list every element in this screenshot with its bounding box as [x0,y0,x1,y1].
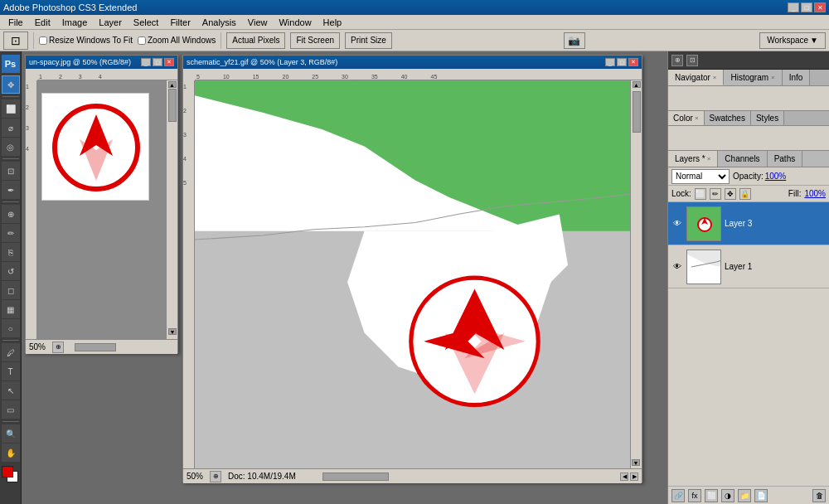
doc2-next-btn[interactable]: ▶ [630,472,638,481]
menu-image[interactable]: Image [57,17,93,28]
tool-clone-stamp[interactable]: ⎘ [2,243,20,261]
doc1-scrollbar-v[interactable]: ▲ ▼ [166,80,177,339]
tool-text[interactable]: T [2,362,20,380]
link-layers-btn[interactable]: 🔗 [671,489,685,502]
doc2-scrollbar-h[interactable] [306,472,613,481]
lock-position-btn[interactable]: ✥ [725,188,736,200]
minimize-btn[interactable]: _ [788,2,799,12]
tool-marquee[interactable]: ⬜ [2,99,20,118]
tool-eraser[interactable]: ◻ [2,281,20,299]
actual-pixels-btn[interactable]: Actual Pixels [226,32,285,49]
tab-color-close[interactable]: × [695,114,699,122]
tool-pen[interactable]: 🖊 [2,343,20,361]
tab-paths[interactable]: Paths [768,151,803,167]
doc1-maximize[interactable]: □ [153,58,162,66]
menu-help[interactable]: Help [318,17,347,28]
adjustment-layer-btn[interactable]: ◑ [721,489,734,502]
layer3-thumb [686,206,721,241]
doc2-status-btn[interactable]: ⊕ [210,471,221,482]
opacity-value[interactable]: 100% [765,172,787,181]
tab-histogram-close[interactable]: × [771,74,775,81]
close-btn[interactable]: ✕ [814,2,826,12]
tool-move[interactable]: ✥ [2,75,20,94]
tool-gradient[interactable]: ▦ [2,300,20,318]
doc2-close[interactable]: ✕ [628,58,638,66]
resize-windows-check[interactable]: Resize Windows To Fit [39,36,133,45]
tool-eyedropper[interactable]: ✒ [2,181,20,199]
tab-swatches[interactable]: Swatches [705,111,751,125]
tab-info[interactable]: Info [783,70,811,85]
tool-brush[interactable]: ✏ [2,224,20,242]
layer1-thumb [686,250,721,284]
doc2-titlebar: schematic_yf21.gif @ 50% (Layer 3, RGB/8… [183,56,642,69]
lock-transparent-btn[interactable]: ⬜ [695,188,706,200]
layer1-visibility[interactable]: 👁 [671,261,683,273]
zoom-all-check[interactable]: Zoom All Windows [138,36,216,45]
menu-filter[interactable]: Filter [165,17,195,28]
tab-layers-close[interactable]: × [707,155,711,162]
menu-edit[interactable]: Edit [30,17,56,28]
doc2-scrollbar-v[interactable]: ▲ ▼ [630,80,642,468]
tool-lasso[interactable]: ⌀ [2,119,20,137]
doc2-minimize[interactable]: _ [605,58,615,66]
new-layer-btn[interactable]: 📄 [754,489,768,502]
fill-value[interactable]: 100% [804,189,826,198]
fit-screen-btn[interactable]: Fit Screen [290,32,340,49]
zoom-all-input[interactable] [138,36,146,45]
layer-mask-btn[interactable]: ⬜ [705,489,718,502]
layer-style-btn[interactable]: fx [688,489,701,502]
tab-histogram[interactable]: Histogram × [724,70,782,85]
tool-shape[interactable]: ▭ [2,400,20,419]
panel-icon-1[interactable]: ⊕ [671,55,683,66]
tool-zoom[interactable]: 🔍 [2,424,20,443]
maximize-btn[interactable]: □ [801,2,812,12]
layer-item-1[interactable]: 👁 Layer 1 [668,245,829,288]
panel-icon-2[interactable]: ⊡ [686,55,698,66]
doc1-minimize[interactable]: _ [141,58,151,66]
print-size-btn[interactable]: Print Size [345,32,392,49]
layers-tabs: Layers * × Channels Paths [668,151,829,167]
doc1-status-btn[interactable]: ⊕ [52,342,64,353]
menu-analysis[interactable]: Analysis [197,17,241,28]
tab-color[interactable]: Color × [668,111,705,125]
menu-window[interactable]: Window [274,17,316,28]
blend-mode-select[interactable]: Normal Multiply Screen [671,169,730,184]
doc2-canvas: ▲ ▼ [195,80,642,468]
menu-select[interactable]: Select [128,17,164,28]
resize-windows-input[interactable] [39,36,47,45]
tool-quick-selection[interactable]: ◎ [2,138,20,156]
menu-file[interactable]: File [3,17,28,28]
doc-window-1[interactable]: un-spacy.jpg @ 50% (RGB/8#) _ □ ✕ 1234 1… [25,55,178,353]
new-group-btn[interactable]: 📁 [738,489,751,502]
foreground-color[interactable] [2,466,13,477]
separator2 [221,32,221,49]
doc1-status: 50% ⊕ [26,339,177,354]
tool-dodge[interactable]: ○ [2,319,20,337]
tool-hand[interactable]: ✋ [2,443,20,462]
layer-item-3[interactable]: 👁 Layer 3 [668,202,829,245]
layer3-name: Layer 3 [725,219,826,228]
tab-navigator[interactable]: Navigator × [668,70,724,85]
delete-layer-btn[interactable]: 🗑 [812,489,826,502]
tab-layers[interactable]: Layers * × [668,151,718,167]
lock-all-btn[interactable]: 🔒 [739,188,751,200]
tool-healing[interactable]: ⊕ [2,205,20,223]
workspace-btn[interactable]: Workspace ▼ [759,32,826,49]
color-swatch-area[interactable] [2,466,20,484]
doc-window-2[interactable]: schematic_yf21.gif @ 50% (Layer 3, RGB/8… [182,55,642,482]
tab-channels[interactable]: Channels [718,151,767,167]
tool-path-selection[interactable]: ↖ [2,381,20,400]
tab-navigator-close[interactable]: × [713,74,717,81]
doc1-close[interactable]: ✕ [164,58,174,66]
tool-history-brush[interactable]: ↺ [2,262,20,280]
layer3-visibility[interactable]: 👁 [671,218,683,230]
tool-crop[interactable]: ⊡ [2,162,20,180]
lock-image-btn[interactable]: ✏ [710,188,721,200]
tab-styles[interactable]: Styles [751,111,784,125]
doc2-prev-btn[interactable]: ◀ [620,472,628,481]
doc2-maximize[interactable]: □ [617,58,627,66]
menu-layer[interactable]: Layer [94,17,127,28]
doc1-scrollbar-h[interactable] [70,343,174,351]
menu-view[interactable]: View [243,17,273,28]
navigator-content [668,86,829,111]
